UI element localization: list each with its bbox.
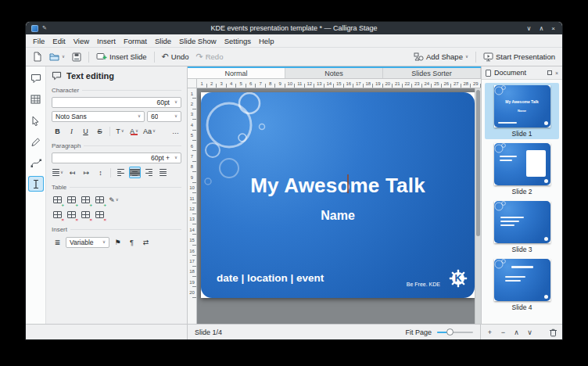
formatting-marks-button[interactable]: ¶ <box>126 236 138 248</box>
tool-shape-callout[interactable] <box>28 70 44 86</box>
font-color-button[interactable]: A ∨ <box>128 125 140 137</box>
align-center-button[interactable] <box>129 167 141 178</box>
save-document-button[interactable] <box>69 51 84 63</box>
decoration <box>511 266 533 268</box>
bold-button[interactable]: B <box>52 125 63 137</box>
tab-normal[interactable]: Normal <box>188 68 285 78</box>
strikethrough-button[interactable]: S <box>94 125 106 137</box>
tab-notes[interactable]: Notes <box>285 68 383 78</box>
subscript-superscript-button[interactable]: T ∨ <box>114 125 126 137</box>
titlebar[interactable]: ✎ KDE events presentation template * — C… <box>26 22 562 34</box>
italic-button[interactable]: I <box>66 125 77 137</box>
slide-canvas[interactable]: My Awesome Talk Name date | location | e… <box>197 88 475 324</box>
menu-edit[interactable]: Edit <box>48 36 69 46</box>
slide-name-text[interactable]: Name <box>201 209 475 223</box>
merge-cells-button[interactable]: × <box>80 209 91 221</box>
insert-column-right-button[interactable]: + <box>94 194 106 206</box>
maximize-button[interactable]: ∧ <box>539 25 543 32</box>
menu-file[interactable]: File <box>29 36 48 46</box>
tool-text[interactable] <box>28 176 44 192</box>
minimize-button[interactable]: ∨ <box>527 25 532 32</box>
change-case-button[interactable]: Aa ∨ <box>142 125 156 137</box>
decrease-indent-button[interactable]: ↤ <box>66 167 78 178</box>
font-size-select[interactable]: 60 ∨ <box>147 111 181 122</box>
slide-thumbnail-3[interactable]: Slide 3 <box>485 199 559 255</box>
new-document-icon <box>33 52 42 62</box>
delete-column-button[interactable]: × <box>66 209 77 221</box>
more-character-options-button[interactable]: … <box>170 125 181 137</box>
tool-path[interactable] <box>28 155 44 170</box>
menubar: FileEditViewInsertFormatSlideSlide ShowS… <box>26 34 562 48</box>
underline-button[interactable]: U <box>80 125 91 137</box>
insert-row-below-button[interactable]: + <box>66 194 77 206</box>
bookmark-flag-button[interactable]: ⚑ <box>112 236 124 248</box>
undo-button[interactable]: ↶ Undo <box>159 51 192 63</box>
font-family-select[interactable]: Noto Sans ∨ <box>52 111 145 122</box>
tool-table[interactable] <box>28 92 44 107</box>
bullet-list-button[interactable]: ∨ <box>52 167 64 178</box>
menu-format[interactable]: Format <box>120 36 151 46</box>
tool-select[interactable] <box>28 113 44 128</box>
chevron-down-icon: ∨ <box>102 240 106 245</box>
close-panel-icon[interactable]: × <box>555 70 558 76</box>
zoom-mode-label[interactable]: Fit Page <box>405 328 432 336</box>
v-ruler-mark: 17 <box>188 256 196 266</box>
menu-insert[interactable]: Insert <box>93 36 120 46</box>
v-ruler-mark: 5 <box>188 131 196 141</box>
chevron-down-icon: ∨ <box>174 156 177 160</box>
pencil-icon <box>30 137 41 147</box>
character-style-select[interactable]: 60pt ∨ <box>52 97 181 108</box>
h-ruler-mark: 11 <box>295 79 305 88</box>
menu-settings[interactable]: Settings <box>220 36 255 46</box>
document-icon <box>486 70 491 77</box>
slide-page[interactable]: My Awesome Talk Name date | location | e… <box>201 92 475 298</box>
app-icon <box>31 25 38 32</box>
line-spacing-button[interactable]: ↕ <box>95 167 106 178</box>
svg-text:K: K <box>454 274 461 285</box>
move-slide-up-button[interactable]: ∧ <box>511 327 522 337</box>
tab-slides-sorter[interactable]: Slides Sorter <box>383 68 481 78</box>
menu-help[interactable]: Help <box>255 36 278 46</box>
insert-row-above-button[interactable]: + <box>52 194 63 206</box>
menu-view[interactable]: View <box>70 36 93 46</box>
add-shape-button[interactable]: Add Shape ∨ <box>411 51 471 63</box>
align-justify-button[interactable] <box>157 167 169 178</box>
tool-pencil[interactable] <box>28 134 44 149</box>
paragraph-style-select[interactable]: 60pt + ∨ <box>52 152 181 163</box>
slide-thumbnail-4[interactable]: Slide 4 <box>485 257 559 313</box>
delete-table-button[interactable]: × <box>94 209 106 221</box>
align-left-button[interactable] <box>115 167 127 178</box>
float-panel-icon[interactable] <box>547 70 552 75</box>
move-slide-down-button[interactable]: ∨ <box>525 327 535 337</box>
slide-footer-text[interactable]: date | location | event <box>217 272 324 284</box>
open-document-button[interactable]: ∨ <box>46 51 68 63</box>
scrollbar-thumb[interactable] <box>476 90 480 236</box>
zoom-slider[interactable] <box>437 328 473 336</box>
align-right-button[interactable] <box>143 167 155 178</box>
menu-slide[interactable]: Slide <box>151 36 175 46</box>
variable-select[interactable]: Variable ∨ <box>66 237 109 248</box>
swap-link-button[interactable]: ⇄ <box>140 236 152 248</box>
close-button[interactable]: × <box>551 25 555 32</box>
slide-title-text[interactable]: My Awesome Talk <box>201 174 475 198</box>
delete-slide-button[interactable] <box>548 327 558 337</box>
text-cursor-icon <box>33 179 39 189</box>
border-pen-button[interactable]: ✎ ∨ <box>108 194 120 206</box>
start-presentation-label: Start Presentation <box>496 52 555 61</box>
delete-row-button[interactable]: × <box>52 209 63 221</box>
slide-thumbnail-1[interactable]: My Awesome Talk Name Slide 1 <box>485 83 559 139</box>
insert-slide-button[interactable]: Insert Slide <box>93 51 150 63</box>
new-document-button[interactable] <box>30 50 45 63</box>
vertical-scrollbar[interactable] <box>475 88 481 324</box>
slide-thumbnail-2[interactable]: Slide 2 <box>485 141 559 197</box>
add-slide-button[interactable]: + <box>485 327 495 337</box>
increase-indent-button[interactable]: ↦ <box>81 167 92 178</box>
zoom-slider-handle[interactable] <box>446 328 454 336</box>
redo-button[interactable]: ↷ Redo <box>193 51 227 63</box>
chevron-down-icon[interactable]: ∨ <box>62 55 65 59</box>
start-presentation-button[interactable]: Start Presentation <box>480 51 558 63</box>
remove-slide-button[interactable]: − <box>498 327 508 337</box>
insert-column-left-button[interactable]: + <box>80 194 91 206</box>
menu-slide-show[interactable]: Slide Show <box>175 36 220 46</box>
insert-field-icon-button[interactable]: ≣ <box>52 236 63 248</box>
